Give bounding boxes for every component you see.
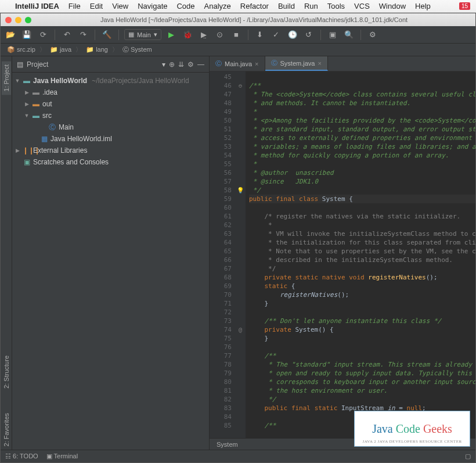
project-panel-header: ▤ Project ▾ ⊕ ⇊ ⚙ — <box>12 56 209 73</box>
menu-navigate[interactable]: Navigate <box>138 2 167 10</box>
run-config-label: Main <box>137 31 151 38</box>
tree-scratches[interactable]: ▣ Scratches and Consoles <box>12 156 209 168</box>
run-config-selector[interactable]: ▦ Main ▾ <box>124 29 161 40</box>
status-empty-icon[interactable]: ▢ <box>465 453 471 460</box>
folder-icon: ▤ <box>17 60 23 69</box>
vcs-update-icon[interactable]: ⬇ <box>254 28 266 41</box>
tree-folder-idea[interactable]: ▶▬ .idea <box>12 87 209 98</box>
chevron-down-icon[interactable]: ▾ <box>162 60 165 69</box>
chevron-down-icon: ▾ <box>154 31 157 38</box>
run-icon[interactable]: ▶ <box>165 28 178 41</box>
menu-help[interactable]: Help <box>415 2 431 10</box>
search-icon[interactable]: 🔍 <box>342 28 355 41</box>
left-tool-stripe: 1: Project 2: Structure 2: Favorites <box>1 56 12 450</box>
menu-edit[interactable]: Edit <box>90 2 103 10</box>
redo-icon[interactable]: ↷ <box>77 28 89 41</box>
menu-vcs[interactable]: VCS <box>354 2 370 10</box>
titlebar: Java HelloWorld [~/IdeaProjects/Java Hel… <box>1 13 475 26</box>
hide-icon[interactable]: — <box>197 60 204 69</box>
profile-icon[interactable]: ⊙ <box>214 28 226 41</box>
project-panel: ▤ Project ▾ ⊕ ⇊ ⚙ — ▼▬ Java HelloWorld ~… <box>12 56 210 450</box>
menu-view[interactable]: View <box>112 2 128 10</box>
macos-menubar: IntelliJ IDEA File Edit View Navigate Co… <box>0 0 476 13</box>
vcs-history-icon[interactable]: 🕒 <box>286 28 299 41</box>
breadcrumb: 📦 src.zip 〉 📁 java 〉 📁 lang 〉 Ⓒ System <box>1 44 475 56</box>
status-bar: ☷ 6: TODO ▣ Terminal ▢ <box>1 450 475 462</box>
menu-run[interactable]: Run <box>304 2 318 10</box>
run-coverage-icon[interactable]: ▶̤ <box>197 28 210 41</box>
breadcrumb-item[interactable]: Ⓒ System <box>120 44 155 55</box>
tree-file-iml[interactable]: ▦ Java HelloWorld.iml <box>12 133 209 145</box>
project-structure-icon[interactable]: ▣ <box>326 28 339 41</box>
class-icon: Ⓒ <box>271 59 277 67</box>
close-icon[interactable]: × <box>255 60 258 67</box>
window-maximize-icon[interactable] <box>25 17 31 23</box>
vcs-revert-icon[interactable]: ↺ <box>302 28 315 41</box>
notification-badge[interactable]: 15 <box>459 2 470 10</box>
menu-analyze[interactable]: Analyze <box>204 2 231 10</box>
menu-file[interactable]: File <box>68 2 81 10</box>
project-tree[interactable]: ▼▬ Java HelloWorld ~/IdeaProjects/Java H… <box>12 73 209 450</box>
window-minimize-icon[interactable] <box>15 17 21 23</box>
tab-label: System.java <box>280 60 315 67</box>
watermark-logo: Java Code Geeks JAVA 2 JAVA DEVELOPERS R… <box>354 411 470 447</box>
tool-structure-tab[interactable]: 2: Structure <box>2 352 11 392</box>
line-number-gutter: 4546474849505152535455565758596061626364… <box>210 71 235 438</box>
menu-build[interactable]: Build <box>278 2 295 10</box>
code-content[interactable]: /** * The <code>System</code> class cont… <box>246 71 475 438</box>
tree-root[interactable]: ▼▬ Java HelloWorld ~/IdeaProjects/Java H… <box>12 75 209 87</box>
terminal-tool-button[interactable]: ▣ Terminal <box>46 453 78 460</box>
code-editor[interactable]: 4546474849505152535455565758596061626364… <box>210 71 475 438</box>
sync-icon[interactable]: ⟳ <box>37 28 49 41</box>
class-icon: Ⓒ <box>215 59 222 68</box>
menu-refactor[interactable]: Refactor <box>240 2 269 10</box>
editor-tab-system[interactable]: Ⓒ System.java × <box>265 56 328 71</box>
locate-icon[interactable]: ⊕ <box>169 60 175 69</box>
save-icon[interactable]: 💾 <box>20 28 33 41</box>
vcs-commit-icon[interactable]: ✓ <box>270 28 283 41</box>
breadcrumb-item[interactable]: 📁 lang <box>83 45 111 55</box>
breadcrumb-item[interactable]: 📁 java <box>47 45 74 55</box>
editor-area: Ⓒ Main.java × Ⓒ System.java × 4546474849… <box>210 56 475 450</box>
editor-tab-main[interactable]: Ⓒ Main.java × <box>210 56 265 71</box>
breadcrumb-item[interactable]: 📦 src.zip <box>4 45 38 55</box>
todo-tool-button[interactable]: ☷ 6: TODO <box>5 453 38 460</box>
app-name[interactable]: IntelliJ IDEA <box>15 2 59 10</box>
menu-window[interactable]: Window <box>379 2 406 10</box>
tree-folder-out[interactable]: ▶▬ out <box>12 98 209 110</box>
debug-icon[interactable]: 🐞 <box>181 28 194 41</box>
tab-label: Main.java <box>225 60 252 67</box>
marker-margin: ⊖💡@ <box>235 71 246 438</box>
menu-code[interactable]: Code <box>176 2 194 10</box>
stop-icon[interactable]: ■ <box>230 28 243 41</box>
window-close-icon[interactable] <box>5 17 12 23</box>
tool-project-tab[interactable]: 1: Project <box>2 61 11 95</box>
open-file-icon[interactable]: 📂 <box>4 28 17 41</box>
editor-tabs: Ⓒ Main.java × Ⓒ System.java × <box>210 56 475 71</box>
gear-icon[interactable]: ⚙ <box>187 60 194 69</box>
tool-favorites-tab[interactable]: 2: Favorites <box>2 410 11 450</box>
main-toolbar: 📂 💾 ⟳ ↶ ↷ 🔨 ▦ Main ▾ ▶ 🐞 ▶̤ ⊙ ■ ⬇ ✓ 🕒 ↺ … <box>1 26 475 44</box>
ide-window: Java HelloWorld [~/IdeaProjects/Java Hel… <box>0 13 476 463</box>
settings-icon[interactable]: ⚙ <box>366 28 379 41</box>
tree-class-main[interactable]: Ⓒ Main <box>12 121 209 133</box>
close-icon[interactable]: × <box>318 60 321 67</box>
tree-folder-src[interactable]: ▼▬ src <box>12 110 209 121</box>
collapse-icon[interactable]: ⇊ <box>178 60 184 69</box>
window-title: Java HelloWorld [~/IdeaProjects/Java Hel… <box>37 16 471 23</box>
menu-tools[interactable]: Tools <box>327 2 345 10</box>
run-config-icon: ▦ <box>128 31 134 38</box>
build-icon[interactable]: 🔨 <box>100 28 113 41</box>
undo-icon[interactable]: ↶ <box>60 28 73 41</box>
panel-title: Project <box>27 60 158 69</box>
tree-external-libs[interactable]: ▶❙❙❙ External Libraries <box>12 145 209 156</box>
